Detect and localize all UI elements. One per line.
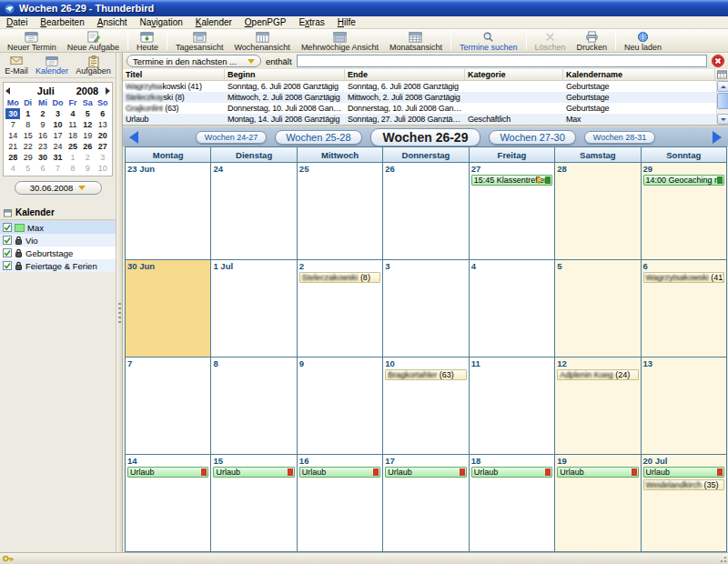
minical-day[interactable]: 21 xyxy=(5,141,20,152)
checkbox-checked-icon[interactable] xyxy=(3,261,12,270)
minical-day[interactable]: 5 xyxy=(80,108,95,119)
calendar-event[interactable]: Urlaub xyxy=(643,467,724,478)
day-cell-16[interactable]: 16Urlaub xyxy=(298,455,382,551)
day-cell-5[interactable]: 5 xyxy=(555,260,640,357)
sidebar-tab-kalender[interactable]: Kalender xyxy=(34,55,70,76)
calendar-event[interactable]: 14:00 Geocaching m. Bl... xyxy=(643,175,724,186)
search-input[interactable] xyxy=(297,55,707,67)
day-cell-13[interactable]: 13 xyxy=(642,358,726,454)
menu-kalender[interactable]: Kalender xyxy=(189,16,238,28)
calendar-event[interactable]: Urlaub xyxy=(213,467,294,478)
minical-day[interactable]: 3 xyxy=(96,152,110,163)
day-cell-20-jul[interactable]: 20 JulUrlaubWeidelandkirch (35) xyxy=(642,455,726,551)
calendar-event[interactable]: Urlaub xyxy=(557,467,638,478)
minical-day[interactable]: 8 xyxy=(20,119,35,130)
sidebar-tab-email[interactable]: E-Mail xyxy=(3,55,30,76)
calendar-item-geburtstage[interactable]: Geburtstage xyxy=(0,247,116,259)
minical-day[interactable]: 27 xyxy=(96,141,110,152)
minical-day[interactable]: 28 xyxy=(5,152,20,163)
day-cell-11[interactable]: 11 xyxy=(470,358,554,454)
column-header-beginn[interactable]: Beginn xyxy=(225,69,345,80)
minical-day[interactable]: 31 xyxy=(50,152,65,163)
calendar-item-max[interactable]: Max xyxy=(0,221,116,234)
monatsansicht-button[interactable]: Monatsansicht xyxy=(384,29,448,52)
calendar-item-vio[interactable]: Vio xyxy=(0,234,116,247)
minical-day[interactable]: 26 xyxy=(80,141,95,152)
minical-day[interactable]: 20 xyxy=(96,130,110,141)
minical-day[interactable]: 30 xyxy=(35,152,50,163)
minical-day[interactable]: 2 xyxy=(35,108,50,119)
menu-ansicht[interactable]: Ansicht xyxy=(91,16,134,28)
week-tab-wochen-24-27[interactable]: Wochen 24-27 xyxy=(196,131,267,144)
minical-day[interactable]: 25 xyxy=(66,141,80,152)
minical-day[interactable]: 13 xyxy=(96,119,110,130)
menu-navigation[interactable]: Navigation xyxy=(134,16,189,28)
resize-grip[interactable] xyxy=(717,553,727,563)
day-cell-30-jun[interactable]: 30 Jun xyxy=(126,260,210,357)
minical-day[interactable]: 3 xyxy=(50,108,65,119)
minical-day[interactable]: 4 xyxy=(5,163,20,174)
calendar-event[interactable]: Adplenin Koeg (24) xyxy=(557,369,638,380)
day-cell-9[interactable]: 9 xyxy=(298,358,382,454)
week-tab-wochen-28-31[interactable]: Wochen 28-31 xyxy=(584,131,655,144)
menu-bearbeiten[interactable]: Bearbeiten xyxy=(34,16,90,28)
day-cell-27[interactable]: 2715:45 Klassentreffen xyxy=(470,163,554,259)
event-list-row[interactable]: Wagrzytsakowski (41)Sonntag, 6. Juli 200… xyxy=(123,81,716,92)
minical-prev-month-icon[interactable] xyxy=(5,87,10,95)
day-cell-2[interactable]: 2Steleczakowski (8) xyxy=(298,260,382,357)
minical-day[interactable]: 10 xyxy=(50,119,65,130)
minical-day[interactable]: 8 xyxy=(66,163,80,174)
minical-day[interactable]: 1 xyxy=(20,108,35,119)
calendar-event[interactable]: Urlaub xyxy=(471,467,552,478)
neue-aufgabe-button[interactable]: Neue Aufgabe xyxy=(62,29,125,52)
event-list-row[interactable]: UrlaubMontag, 14. Juli 2008 GanztägigSon… xyxy=(123,114,716,125)
event-list-scrollbar[interactable] xyxy=(716,81,728,125)
sidebar-tab-aufgaben[interactable]: Aufgaben xyxy=(74,55,113,76)
calendar-event[interactable]: Urlaub xyxy=(385,467,466,478)
minical-day[interactable]: 23 xyxy=(35,141,50,152)
mehrw-chige-ansicht-button[interactable]: Mehrwöchige Ansicht xyxy=(296,29,384,52)
checkbox-checked-icon[interactable] xyxy=(3,236,12,245)
week-tab-wochen-26-29[interactable]: Wochen 26-29 xyxy=(370,128,481,146)
clear-search-button[interactable] xyxy=(712,55,724,67)
calendar-event[interactable]: Wagrzytsakowski (41) xyxy=(643,272,724,283)
calendar-event[interactable]: Bragkortahler (63) xyxy=(385,369,466,380)
week-tab-wochen-27-30[interactable]: Wochen 27-30 xyxy=(489,130,575,145)
previous-weeks-arrow[interactable] xyxy=(129,131,138,144)
minical-day[interactable]: 17 xyxy=(50,130,65,141)
minical-day[interactable]: 24 xyxy=(50,141,65,152)
day-cell-25[interactable]: 25 xyxy=(298,163,382,259)
day-cell-18[interactable]: 18Urlaub xyxy=(470,455,554,551)
minical-day[interactable]: 19 xyxy=(80,130,95,141)
minical-day[interactable]: 5 xyxy=(20,163,35,174)
minical-day[interactable]: 10 xyxy=(96,163,110,174)
minical-day[interactable]: 9 xyxy=(35,119,50,130)
calendar-event[interactable]: Steleczakowski (8) xyxy=(299,272,380,283)
column-picker-button[interactable] xyxy=(715,69,728,80)
checkbox-checked-icon[interactable] xyxy=(3,223,12,232)
column-header-kalendername[interactable]: Kalendername xyxy=(563,69,715,80)
minical-day[interactable]: 12 xyxy=(80,119,95,130)
minical-day[interactable]: 16 xyxy=(35,130,50,141)
next-weeks-arrow[interactable] xyxy=(713,131,722,144)
day-cell-6[interactable]: 6Wagrzytsakowski (41) xyxy=(642,260,726,357)
calendar-item-feiertage-ferien[interactable]: Feiertage & Ferien xyxy=(0,259,116,272)
calendar-event[interactable]: Urlaub xyxy=(299,467,380,478)
calendar-event[interactable]: 15:45 Klassentreffen xyxy=(471,175,552,186)
minical-day[interactable]: 18 xyxy=(66,130,80,141)
scroll-down-icon[interactable] xyxy=(717,114,728,125)
minical-next-month-icon[interactable] xyxy=(106,87,110,95)
day-cell-1-jul[interactable]: 1 Jul xyxy=(211,260,296,357)
day-cell-8[interactable]: 8 xyxy=(211,358,296,454)
minical-day[interactable]: 29 xyxy=(20,152,35,163)
minical-day[interactable]: 1 xyxy=(66,152,80,163)
minical-day[interactable]: 14 xyxy=(5,130,20,141)
menu-hilfe[interactable]: Hilfe xyxy=(331,16,362,28)
title-bar[interactable]: Wochen 26-29 - Thunderbird xyxy=(0,0,728,16)
sidebar-splitter[interactable] xyxy=(116,53,123,552)
day-cell-23-jun[interactable]: 23 Jun xyxy=(126,163,210,259)
checkbox-checked-icon[interactable] xyxy=(3,248,12,257)
minical-day[interactable]: 6 xyxy=(35,163,50,174)
neuer-termin-button[interactable]: Neuer Termin xyxy=(2,29,62,52)
week-tab-wochen-25-28[interactable]: Wochen 25-28 xyxy=(275,130,361,145)
